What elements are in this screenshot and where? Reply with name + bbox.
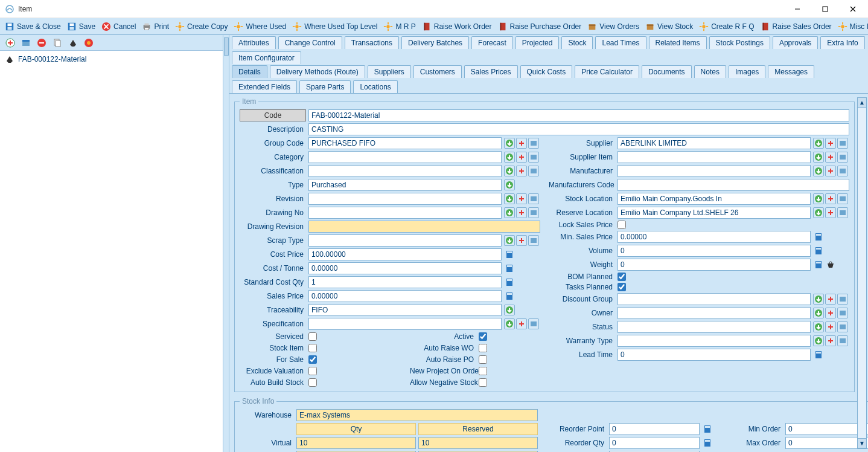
revision-input[interactable] — [308, 193, 502, 205]
tab-extra-info[interactable]: Extra Info — [820, 36, 864, 49]
stock-loc-input[interactable] — [617, 193, 811, 205]
tab-approvals[interactable]: Approvals — [773, 36, 818, 49]
misc-issue-button[interactable]: Misc Issue — [835, 21, 868, 33]
raise-so-button[interactable]: Raise Sales Order — [758, 21, 834, 33]
view-stock-button[interactable]: View Stock — [643, 21, 695, 33]
browse-icon[interactable] — [528, 138, 539, 149]
lookup-icon[interactable] — [504, 179, 515, 190]
auto-raise-wo-checkbox[interactable] — [479, 344, 487, 352]
serviced-checkbox[interactable] — [308, 332, 317, 341]
add-icon[interactable] — [825, 152, 836, 163]
tab-sales-prices[interactable]: Sales Prices — [464, 65, 518, 78]
calc-icon[interactable] — [702, 424, 713, 434]
stock-item-checkbox[interactable] — [308, 344, 317, 352]
browse-icon[interactable] — [837, 294, 848, 305]
tasks-planned-checkbox[interactable] — [617, 283, 626, 291]
add-icon[interactable] — [825, 294, 836, 305]
splitter[interactable] — [223, 35, 229, 452]
supplier-item-input[interactable] — [617, 151, 811, 163]
tab-item-configurator[interactable]: Item Configurator — [232, 51, 301, 64]
lookup-icon[interactable] — [504, 207, 515, 218]
save-close-button[interactable]: Save & Close — [2, 21, 63, 33]
lookup-icon[interactable] — [504, 166, 515, 176]
lookup-icon[interactable] — [504, 138, 515, 149]
window-minimize-button[interactable] — [783, 0, 811, 18]
delete-button[interactable] — [35, 36, 48, 50]
add-icon[interactable] — [825, 321, 836, 332]
record-button[interactable] — [82, 36, 95, 50]
for-sale-checkbox[interactable] — [308, 355, 317, 364]
browse-icon[interactable] — [837, 152, 848, 163]
tab-forecast[interactable]: Forecast — [471, 36, 513, 49]
where-used-button[interactable]: Where Used — [231, 21, 289, 33]
window-button[interactable] — [19, 36, 33, 50]
tab-delivery-methods-route-[interactable]: Delivery Methods (Route) — [270, 65, 365, 78]
std-cost-qty-input[interactable] — [308, 276, 502, 288]
volume-input[interactable] — [617, 245, 811, 257]
calc-icon[interactable] — [504, 249, 515, 260]
reserve-loc-input[interactable] — [617, 207, 811, 219]
view-orders-button[interactable]: View Orders — [585, 21, 642, 33]
classification-input[interactable] — [308, 165, 502, 177]
tab-customers[interactable]: Customers — [413, 65, 462, 78]
scroll-up-icon[interactable]: ▲ — [858, 98, 866, 108]
lookup-icon[interactable] — [504, 318, 515, 329]
lookup-icon[interactable] — [813, 321, 824, 332]
where-used-top-button[interactable]: Where Used Top Level — [290, 21, 380, 33]
add-icon[interactable] — [825, 138, 836, 149]
type-input[interactable] — [308, 179, 502, 191]
browse-icon[interactable] — [837, 308, 848, 318]
calc-icon[interactable] — [504, 277, 515, 288]
weight-input[interactable] — [617, 259, 811, 271]
browse-icon[interactable] — [837, 207, 848, 218]
calc-icon[interactable] — [813, 349, 824, 360]
tab-details[interactable]: Details — [232, 65, 267, 78]
active-checkbox[interactable] — [479, 332, 487, 341]
add-icon[interactable] — [516, 318, 527, 329]
tree-view[interactable]: FAB-000122-Material — [0, 51, 223, 452]
browse-icon[interactable] — [528, 166, 539, 176]
lock-sales-checkbox[interactable] — [617, 221, 626, 229]
window-maximize-button[interactable] — [811, 0, 839, 18]
auto-raise-po-checkbox[interactable] — [479, 355, 487, 364]
create-rfq-button[interactable]: Create R F Q — [697, 21, 756, 33]
discount-group-input[interactable] — [617, 293, 811, 305]
lookup-icon[interactable] — [504, 193, 515, 204]
tab-change-control[interactable]: Change Control — [278, 36, 342, 49]
item-icon-button[interactable] — [66, 36, 80, 50]
calc-icon[interactable] — [702, 437, 713, 448]
lookup-icon[interactable] — [813, 193, 824, 204]
traceability-input[interactable] — [308, 304, 502, 316]
add-icon[interactable] — [516, 235, 527, 246]
lookup-icon[interactable] — [813, 335, 824, 346]
cost-price-input[interactable] — [308, 248, 502, 260]
reorder-point-input[interactable] — [609, 423, 700, 435]
calc-icon[interactable] — [813, 231, 824, 242]
browse-icon[interactable] — [837, 138, 848, 149]
tab-projected[interactable]: Projected — [515, 36, 560, 49]
auto-build-checkbox[interactable] — [308, 378, 317, 387]
window-close-button[interactable] — [839, 0, 867, 18]
add-icon[interactable] — [825, 308, 836, 318]
min-order-input[interactable] — [785, 423, 868, 435]
tree-item[interactable]: FAB-000122-Material — [2, 53, 220, 65]
tab-stock-postings[interactable]: Stock Postings — [709, 36, 770, 49]
calc-icon[interactable] — [813, 245, 824, 256]
owner-input[interactable] — [617, 307, 811, 319]
lookup-icon[interactable] — [504, 305, 515, 315]
group-code-input[interactable] — [308, 137, 502, 149]
browse-icon[interactable] — [528, 318, 539, 329]
sales-price-input[interactable] — [308, 290, 502, 302]
tab-suppliers[interactable]: Suppliers — [368, 65, 411, 78]
browse-icon[interactable] — [528, 207, 539, 218]
max-order-input[interactable] — [785, 437, 868, 449]
mrp-button[interactable]: M R P — [381, 21, 418, 33]
warehouse-input[interactable] — [296, 409, 538, 421]
specification-input[interactable] — [308, 318, 502, 330]
tab-extended-fields[interactable]: Extended Fields — [232, 80, 297, 93]
tab-messages[interactable]: Messages — [768, 65, 814, 78]
add-icon[interactable] — [825, 166, 836, 176]
add-icon[interactable] — [516, 166, 527, 176]
browse-icon[interactable] — [528, 193, 539, 204]
tab-related-items[interactable]: Related Items — [649, 36, 707, 49]
